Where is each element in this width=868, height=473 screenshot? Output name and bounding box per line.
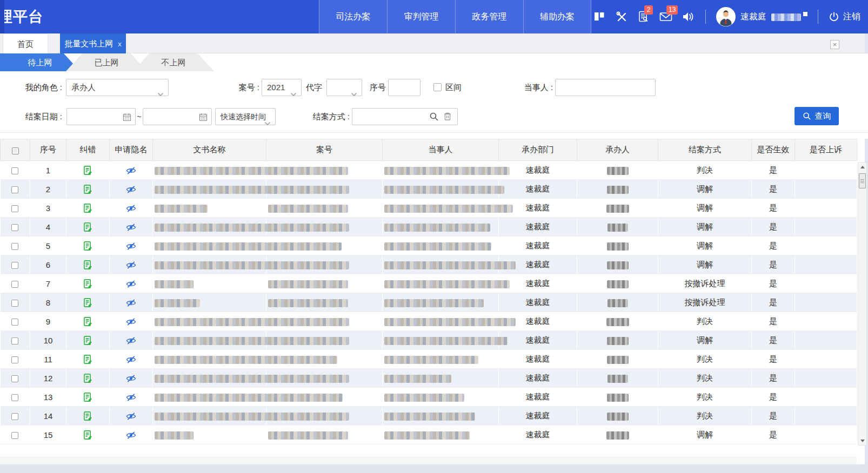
correct-icon[interactable] bbox=[83, 279, 93, 289]
tab-batch-doc-publish[interactable]: 批量文书上网x bbox=[60, 33, 126, 53]
table-row: 5速裁庭调解是 bbox=[1, 236, 857, 255]
cell-correct bbox=[66, 369, 110, 388]
close-date-start-input[interactable] bbox=[66, 108, 136, 125]
anonymize-icon[interactable] bbox=[126, 393, 136, 402]
anonymize-icon[interactable] bbox=[126, 355, 136, 364]
task-audit-icon[interactable]: 2 bbox=[637, 10, 651, 24]
header-actions: 2 13 速裁庭 注销 bbox=[592, 0, 860, 33]
row-checkbox[interactable] bbox=[11, 186, 18, 193]
row-checkbox[interactable] bbox=[11, 394, 18, 401]
correct-icon[interactable] bbox=[83, 241, 93, 251]
cell-close-mode: 判决 bbox=[658, 388, 752, 407]
avatar[interactable] bbox=[716, 7, 736, 26]
cell-appeal bbox=[795, 255, 857, 274]
row-checkbox[interactable] bbox=[11, 262, 18, 269]
row-checkbox[interactable] bbox=[11, 432, 18, 439]
close-mode-input[interactable] bbox=[352, 108, 458, 125]
row-checkbox[interactable] bbox=[11, 375, 18, 382]
quick-time-select[interactable]: 快速选择时间 bbox=[215, 108, 276, 125]
dashboard-icon[interactable] bbox=[592, 10, 606, 24]
anonymize-icon[interactable] bbox=[126, 166, 136, 175]
anonymize-icon[interactable] bbox=[126, 204, 136, 213]
nav-aux-case[interactable]: 辅助办案 bbox=[523, 0, 591, 33]
tab-close-x[interactable]: x bbox=[118, 40, 122, 48]
correct-icon[interactable] bbox=[83, 165, 93, 175]
scroll-down-arrow[interactable] bbox=[858, 436, 866, 445]
row-checkbox[interactable] bbox=[11, 356, 18, 363]
subtab-pending[interactable]: 待上网 bbox=[0, 53, 80, 71]
correct-icon[interactable] bbox=[83, 392, 93, 402]
query-button[interactable]: 查询 bbox=[794, 107, 839, 125]
cell-party bbox=[383, 293, 499, 312]
cell-docname bbox=[153, 312, 266, 331]
cell-party bbox=[383, 425, 499, 444]
cell-caseno bbox=[266, 293, 383, 312]
vertical-scrollbar[interactable] bbox=[858, 162, 867, 445]
correct-icon[interactable] bbox=[83, 184, 93, 194]
anonymize-icon[interactable] bbox=[126, 261, 136, 269]
correct-icon[interactable] bbox=[83, 373, 93, 383]
party-input[interactable] bbox=[555, 79, 656, 96]
mode-search-icon[interactable] bbox=[429, 112, 439, 124]
anonymize-icon[interactable] bbox=[126, 336, 136, 345]
row-checkbox[interactable] bbox=[11, 224, 18, 231]
close-mode-label: 结案方式 : bbox=[305, 108, 350, 125]
anonymize-icon[interactable] bbox=[126, 317, 136, 326]
redacted-handler bbox=[606, 431, 629, 440]
subtab-published[interactable]: 已上网 bbox=[66, 53, 147, 71]
anonymize-icon[interactable] bbox=[126, 299, 136, 307]
row-checkbox[interactable] bbox=[11, 205, 18, 212]
nav-judicial-case[interactable]: 司法办案 bbox=[319, 0, 387, 33]
row-checkbox[interactable] bbox=[11, 319, 18, 326]
anonymize-icon[interactable] bbox=[126, 242, 136, 251]
row-checkbox[interactable] bbox=[11, 281, 18, 288]
row-checkbox[interactable] bbox=[11, 243, 18, 250]
role-select[interactable]: 承办人 bbox=[66, 79, 169, 96]
anonymize-icon[interactable] bbox=[126, 280, 136, 288]
interval-label: 区间 bbox=[445, 79, 462, 96]
row-checkbox[interactable] bbox=[11, 167, 18, 174]
subtab-not-publish[interactable]: 不上网 bbox=[133, 53, 214, 71]
mail-icon[interactable]: 13 bbox=[659, 10, 673, 24]
select-all-checkbox[interactable] bbox=[12, 147, 19, 154]
correct-icon[interactable] bbox=[83, 222, 93, 232]
anonymize-icon[interactable] bbox=[126, 185, 136, 194]
scrollbar-thumb[interactable] bbox=[859, 173, 866, 188]
cell-docname bbox=[153, 218, 266, 236]
mode-clear-icon[interactable] bbox=[443, 112, 452, 123]
user-info[interactable]: 速裁庭 bbox=[716, 7, 807, 26]
tab-bar: 首页 批量文书上网x × bbox=[0, 33, 868, 53]
correct-icon[interactable] bbox=[83, 411, 93, 421]
close-date-end-input[interactable] bbox=[143, 108, 212, 125]
correct-icon[interactable] bbox=[83, 430, 93, 440]
tools-icon[interactable] bbox=[615, 10, 629, 24]
correct-icon[interactable] bbox=[83, 335, 93, 346]
correct-icon[interactable] bbox=[83, 298, 93, 308]
anonymize-icon[interactable] bbox=[126, 431, 136, 440]
correct-icon[interactable] bbox=[83, 203, 93, 213]
horizontal-scrollbar[interactable] bbox=[0, 457, 857, 464]
correct-icon[interactable] bbox=[83, 316, 93, 327]
speaker-icon[interactable] bbox=[681, 10, 695, 24]
anonymize-icon[interactable] bbox=[126, 412, 136, 421]
scroll-up-arrow[interactable] bbox=[858, 163, 866, 171]
logout-button[interactable]: 注销 bbox=[829, 11, 860, 23]
xuhao-input[interactable] bbox=[388, 79, 420, 96]
anonymize-icon[interactable] bbox=[126, 374, 136, 383]
close-date-label: 结案日期 : bbox=[0, 108, 62, 125]
correct-icon[interactable] bbox=[83, 260, 93, 270]
tab-home[interactable]: 首页 bbox=[3, 33, 48, 53]
year-select[interactable]: 2021 bbox=[262, 79, 302, 96]
row-checkbox[interactable] bbox=[11, 337, 18, 344]
daizi-select[interactable] bbox=[326, 79, 362, 96]
nav-trial-management[interactable]: 审判管理 bbox=[387, 0, 455, 33]
cell-anonymize bbox=[110, 331, 153, 350]
anonymize-icon[interactable] bbox=[126, 223, 136, 232]
row-checkbox[interactable] bbox=[11, 300, 18, 307]
cell-close-mode: 调解 bbox=[658, 218, 752, 236]
nav-gov-management[interactable]: 政务管理 bbox=[455, 0, 523, 33]
interval-checkbox[interactable] bbox=[433, 83, 442, 91]
panel-close-button[interactable]: × bbox=[830, 40, 839, 49]
correct-icon[interactable] bbox=[83, 354, 93, 364]
row-checkbox[interactable] bbox=[11, 413, 18, 420]
